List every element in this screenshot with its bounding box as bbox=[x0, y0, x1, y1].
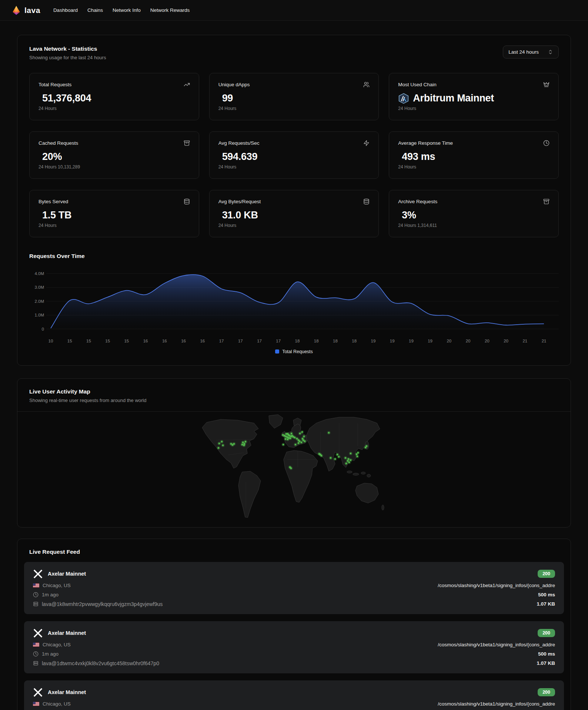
stat-card: Cached Requests 20% 24 Hours 10,131,289 bbox=[29, 131, 199, 179]
feed-location: Chicago, US bbox=[43, 701, 71, 707]
stat-card-period: 24 Hours 10,131,289 bbox=[39, 164, 190, 170]
area-chart: 01.0M2.0M3.0M4.0M10151515151616161617171… bbox=[29, 265, 559, 345]
svg-text:1.0M: 1.0M bbox=[34, 313, 44, 317]
stat-card: Avg Bytes/Request 31.0 KB 24 Hours bbox=[209, 190, 379, 237]
feed-provider-address: lava@1dtwmc4vxkj0kl8v2vu6gtc458tsw0hr0f6… bbox=[42, 660, 159, 666]
feed-request-path: /cosmos/slashing/v1beta1/signing_infos/{… bbox=[438, 583, 555, 588]
nav-item-network-rewards[interactable]: Network Rewards bbox=[146, 4, 195, 16]
svg-text:10: 10 bbox=[49, 339, 53, 343]
stat-card: Total Requests 51,376,804 24 Hours bbox=[29, 73, 199, 120]
zap-icon bbox=[363, 140, 370, 146]
nav-items: DashboardChainsNetwork InfoNetwork Rewar… bbox=[49, 4, 194, 16]
stat-card-title: Cached Requests bbox=[39, 140, 78, 146]
legend-swatch bbox=[275, 349, 279, 354]
feed-location: Chicago, US bbox=[43, 642, 71, 647]
stat-card-period: 24 Hours bbox=[218, 106, 370, 111]
stat-card-period: 24 Hours bbox=[39, 223, 190, 228]
svg-text:3.0M: 3.0M bbox=[34, 285, 44, 289]
feed-request-path: /cosmos/slashing/v1beta1/signing_infos/{… bbox=[438, 642, 555, 647]
request-feed-item: Axelar Mainnet 200 Chicago, US /cosmos/s… bbox=[24, 680, 564, 710]
svg-text:16: 16 bbox=[143, 339, 148, 343]
stat-card-title: Archive Requests bbox=[398, 199, 437, 204]
stat-card-value: 20% bbox=[42, 151, 62, 163]
trending-up-icon bbox=[184, 81, 190, 88]
status-badge: 200 bbox=[538, 570, 555, 578]
clock-icon bbox=[543, 140, 549, 146]
crown-icon bbox=[543, 81, 549, 88]
statistics-panel: Lava Network - Statistics Showing usage … bbox=[17, 35, 571, 366]
feed-response-size: 1.07 KB bbox=[537, 660, 555, 666]
svg-text:18: 18 bbox=[352, 339, 357, 343]
svg-text:20: 20 bbox=[466, 339, 471, 343]
world-map-area bbox=[17, 412, 571, 527]
nav-item-dashboard[interactable]: Dashboard bbox=[49, 4, 83, 16]
status-badge: 200 bbox=[538, 629, 555, 637]
axelar-icon bbox=[33, 628, 43, 638]
stat-card-period: 24 Hours bbox=[218, 223, 370, 228]
map-subtitle: Showing real-time user requests from aro… bbox=[29, 398, 559, 403]
axelar-icon bbox=[33, 687, 43, 697]
archive-icon bbox=[184, 140, 190, 146]
svg-text:19: 19 bbox=[409, 339, 414, 343]
svg-text:19: 19 bbox=[371, 339, 376, 343]
svg-text:16: 16 bbox=[200, 339, 205, 343]
statistics-subtitle: Showing usage for the last 24 hours bbox=[29, 55, 106, 60]
chart-title: Requests Over Time bbox=[29, 253, 559, 259]
request-feed-panel: Live Request Feed Axelar Mainnet 200 Chi… bbox=[17, 539, 571, 710]
feed-title: Live Request Feed bbox=[24, 549, 564, 562]
stat-card-title: Unique dApps bbox=[218, 82, 250, 87]
nav-item-chains[interactable]: Chains bbox=[83, 4, 108, 16]
svg-text:18: 18 bbox=[314, 339, 319, 343]
stat-card-title: Average Response Time bbox=[398, 140, 453, 146]
stat-card-grid: Total Requests 51,376,804 24 Hours Uniqu… bbox=[29, 73, 559, 237]
clock-icon bbox=[33, 592, 39, 597]
activity-map-panel: Live User Activity Map Showing real-time… bbox=[17, 378, 571, 528]
feed-latency: 500 ms bbox=[538, 651, 555, 657]
top-navigation: lava DashboardChainsNetwork InfoNetwork … bbox=[0, 0, 588, 21]
stat-card-period: 24 Hours bbox=[398, 106, 549, 111]
svg-text:19: 19 bbox=[428, 339, 432, 343]
chart-legend: Total Requests bbox=[29, 349, 559, 354]
nav-item-network-info[interactable]: Network Info bbox=[108, 4, 146, 16]
svg-text:21: 21 bbox=[542, 339, 547, 343]
svg-text:17: 17 bbox=[276, 339, 281, 343]
time-range-value: Last 24 hours bbox=[508, 49, 539, 55]
chevrons-up-down-icon bbox=[548, 49, 553, 55]
stat-card-title: Avg Requests/Sec bbox=[218, 140, 260, 146]
svg-text:20: 20 bbox=[504, 339, 508, 343]
stat-card: Archive Requests 3% 24 Hours 1,314,611 bbox=[389, 190, 559, 237]
stat-card: Avg Requests/Sec 594.639 24 Hours bbox=[209, 131, 379, 179]
stat-card-title: Total Requests bbox=[39, 82, 71, 87]
feed-chain-name: Axelar Mainnet bbox=[48, 689, 86, 695]
stat-card-title: Avg Bytes/Request bbox=[218, 199, 261, 204]
svg-text:15: 15 bbox=[86, 339, 91, 343]
statistics-title: Lava Network - Statistics bbox=[29, 46, 106, 52]
feed-location: Chicago, US bbox=[43, 583, 71, 588]
svg-text:20: 20 bbox=[485, 339, 490, 343]
stat-card-period: 24 Hours bbox=[39, 106, 190, 111]
stat-card-value: 1.5 TB bbox=[42, 210, 71, 221]
svg-text:2.0M: 2.0M bbox=[34, 299, 44, 304]
feed-time: 1m ago bbox=[42, 651, 59, 657]
stat-card: Most Used Chain Arbitrum Mainnet 24 Hour… bbox=[389, 73, 559, 120]
database-icon bbox=[363, 198, 370, 205]
svg-text:21: 21 bbox=[522, 339, 527, 343]
request-feed-item: Axelar Mainnet 200 Chicago, US /cosmos/s… bbox=[24, 621, 564, 673]
feed-provider-address: lava@1k8wmhtr2pvwwgylkqqru6vjgzm3p4gvjew… bbox=[42, 601, 163, 607]
stat-card-value: 99 bbox=[222, 93, 233, 104]
lava-brand[interactable]: lava bbox=[11, 5, 40, 16]
time-range-select[interactable]: Last 24 hours bbox=[503, 46, 559, 58]
feed-list: Axelar Mainnet 200 Chicago, US /cosmos/s… bbox=[24, 562, 564, 710]
users-icon bbox=[363, 81, 370, 88]
svg-text:17: 17 bbox=[238, 339, 243, 343]
status-badge: 200 bbox=[538, 688, 555, 696]
database-icon bbox=[184, 198, 190, 205]
archive-icon bbox=[543, 198, 549, 205]
stat-card-value: 3% bbox=[402, 210, 416, 221]
us-flag-icon bbox=[33, 643, 39, 647]
stat-card-title: Most Used Chain bbox=[398, 82, 437, 87]
svg-text:15: 15 bbox=[105, 339, 110, 343]
feed-chain-name: Axelar Mainnet bbox=[48, 571, 86, 577]
svg-text:20: 20 bbox=[447, 339, 451, 343]
stat-card-period: 24 Hours bbox=[398, 164, 549, 170]
